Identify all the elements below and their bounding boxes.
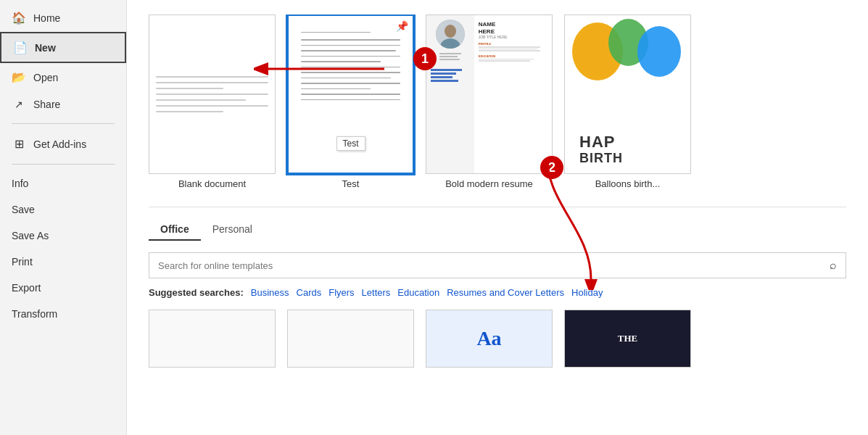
pin-icon[interactable]: 📌 (396, 20, 408, 32)
doc-line (156, 99, 247, 101)
annotation-circle-2: 2 (540, 156, 563, 179)
search-container: ⌕ (149, 252, 846, 278)
avatar-image (436, 20, 465, 49)
doc-line (156, 76, 269, 78)
test-thumb[interactable]: Test 📌 (287, 14, 414, 174)
sidebar-item-save-as[interactable]: Save As (0, 223, 126, 249)
template-bold-modern-resume[interactable]: NAMEHERE JOB TITLE HERE PROFILE EDUCATIO… (426, 14, 553, 189)
suggested-education[interactable]: Education (397, 287, 439, 298)
featured-templates: Blank document (149, 14, 846, 189)
suggested-searches: Suggested searches: Business Cards Flyer… (149, 287, 846, 298)
balloons-content: HAP BIRTH (565, 15, 690, 173)
suggested-resumes[interactable]: Resumes and Cover Letters (447, 287, 564, 298)
balloons-label: Balloons birth... (595, 178, 661, 189)
test-label: Test (342, 178, 360, 189)
suggested-cards[interactable]: Cards (297, 287, 322, 298)
balloons-thumb[interactable]: HAP BIRTH (564, 14, 691, 174)
resume-label: Bold modern resume (445, 178, 533, 189)
suggested-letters[interactable]: Letters (362, 287, 391, 298)
sidebar-item-print[interactable]: Print (0, 249, 126, 275)
test-tooltip: Test (336, 136, 365, 151)
sidebar-item-share[interactable]: ↗ Share (0, 91, 126, 117)
template-balloons-birthday[interactable]: HAP BIRTH Balloons birth... (564, 14, 691, 189)
bottom-template-2[interactable] (287, 310, 414, 368)
open-icon: 📂 (12, 70, 26, 84)
doc-line (156, 111, 223, 112)
search-icon: ⌕ (830, 259, 837, 271)
suggested-flyers[interactable]: Flyers (328, 287, 354, 298)
tab-office[interactable]: Office (149, 219, 201, 241)
sidebar-item-info[interactable]: Info (0, 170, 126, 196)
sidebar: 🏠 Home 📄 New 📂 Open ↗ Share ⊞ Get Add-in… (0, 0, 127, 435)
sidebar-item-open[interactable]: 📂 Open (0, 63, 126, 91)
blank-document-thumb[interactable] (149, 14, 276, 174)
sidebar-divider (12, 123, 115, 124)
sidebar-item-save[interactable]: Save (0, 196, 126, 223)
doc-line (156, 88, 223, 89)
doc-line (156, 94, 269, 95)
doc-line (156, 105, 269, 107)
bottom-template-3[interactable]: Aa (426, 310, 553, 368)
suggested-business[interactable]: Business (251, 287, 289, 298)
suggested-label: Suggested searches: (149, 287, 244, 298)
sidebar-item-home[interactable]: 🏠 Home (0, 4, 126, 32)
blank-document-lines (156, 72, 269, 117)
bottom-template-1[interactable] (149, 310, 276, 368)
new-document-icon: 📄 (13, 41, 28, 54)
section-divider (149, 207, 846, 207)
main-content-wrapper: 1 2 (127, 0, 868, 435)
doc-line (156, 82, 269, 83)
add-ins-icon: ⊞ (12, 137, 26, 151)
resume-thumb[interactable]: NAMEHERE JOB TITLE HERE PROFILE EDUCATIO… (426, 14, 553, 174)
home-icon: 🏠 (12, 11, 26, 25)
suggested-holiday[interactable]: Holiday (571, 287, 603, 298)
svg-point-4 (445, 25, 456, 38)
annotation-circle-1: 1 (413, 47, 437, 70)
main-content: Blank document (127, 0, 868, 435)
tab-personal[interactable]: Personal (201, 219, 264, 241)
search-button[interactable]: ⌕ (821, 253, 846, 278)
sidebar-item-new[interactable]: 📄 New (0, 32, 126, 63)
sidebar-item-export[interactable]: Export (0, 275, 126, 301)
template-tabs: Office Personal (149, 219, 846, 241)
share-icon: ↗ (12, 99, 26, 110)
bottom-template-4[interactable]: THE (564, 310, 691, 368)
template-blank-document[interactable]: Blank document (149, 14, 276, 189)
sidebar-item-get-add-ins[interactable]: ⊞ Get Add-ins (0, 130, 126, 158)
search-input[interactable] (149, 254, 821, 277)
sidebar-divider-2 (12, 164, 115, 165)
bottom-templates-row: Aa THE (149, 310, 846, 368)
sidebar-item-transform[interactable]: Transform (0, 301, 126, 327)
template-test[interactable]: Test 📌 Test (287, 14, 414, 189)
blank-document-label: Blank document (178, 178, 246, 189)
